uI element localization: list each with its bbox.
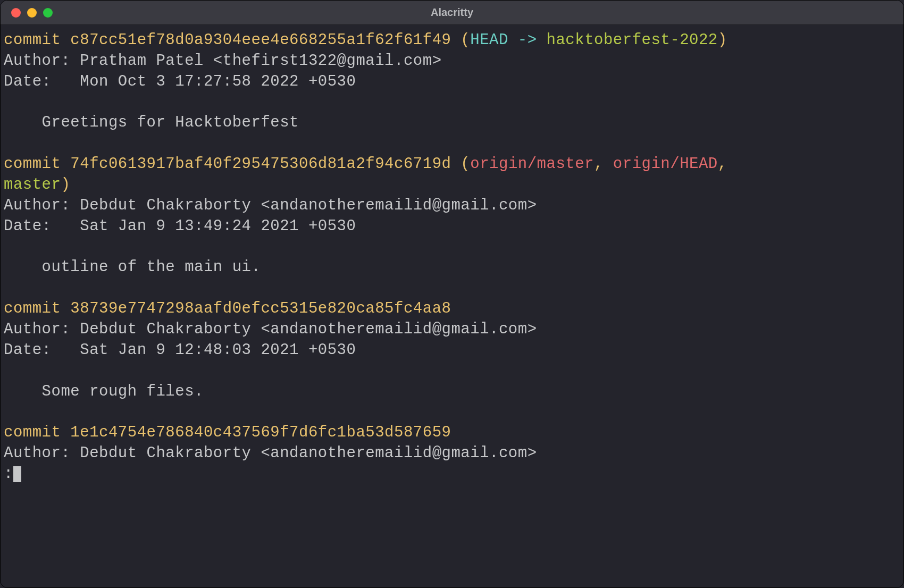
traffic-lights	[1, 8, 53, 18]
refs-sep: ,	[594, 155, 613, 173]
refs-sep: ,	[718, 155, 737, 173]
commit-hash: c87cc51ef78d0a9304eee4e668255a1f62f61f49	[70, 31, 451, 49]
commit-hash: 74fc0613917baf40f295475306d81a2f94c6719d	[70, 155, 451, 173]
author-line: Author: Debdut Chakraborty <andanotherem…	[4, 321, 537, 338]
commit-message: Some rough files.	[4, 383, 204, 400]
refs-close: )	[61, 176, 70, 194]
commit-message: Greetings for Hacktoberfest	[4, 114, 299, 131]
ref-arrow: ->	[508, 31, 547, 49]
terminal-content[interactable]: commit c87cc51ef78d0a9304eee4e668255a1f6…	[1, 25, 903, 587]
ref-branch: hacktoberfest-2022	[547, 31, 718, 49]
commit-word: commit	[4, 31, 70, 49]
commit-message: outline of the main ui.	[4, 258, 261, 276]
ref-branch: master	[4, 176, 61, 194]
ref-head: HEAD	[470, 31, 508, 49]
window-title: Alacritty	[1, 6, 903, 19]
commit-hash: 1e1c4754e786840c437569f7d6fc1ba53d587659	[70, 424, 451, 441]
commit-hash: 38739e7747298aafd0efcc5315e820ca85fc4aa8	[70, 300, 451, 317]
commit-word: commit	[4, 155, 70, 173]
author-line: Author: Debdut Chakraborty <andanotherem…	[4, 444, 537, 462]
titlebar: Alacritty	[1, 1, 903, 25]
commit-word: commit	[4, 300, 70, 317]
zoom-icon[interactable]	[43, 8, 53, 18]
pager-prompt[interactable]: :	[4, 464, 13, 485]
refs-open: (	[451, 31, 470, 49]
date-line: Date: Sat Jan 9 13:49:24 2021 +0530	[4, 217, 356, 235]
cursor-icon	[13, 466, 21, 482]
date-line: Date: Sat Jan 9 12:48:03 2021 +0530	[4, 341, 356, 359]
close-icon[interactable]	[11, 8, 21, 18]
ref-remote: origin/master	[470, 155, 594, 173]
author-line: Author: Debdut Chakraborty <andanotherem…	[4, 197, 537, 214]
date-line: Date: Mon Oct 3 17:27:58 2022 +0530	[4, 73, 356, 90]
ref-remote: origin/HEAD	[613, 155, 718, 173]
refs-close: )	[718, 31, 727, 49]
author-line: Author: Pratham Patel <thefirst1322@gmai…	[4, 52, 442, 70]
minimize-icon[interactable]	[27, 8, 37, 18]
terminal-window: Alacritty commit c87cc51ef78d0a9304eee4e…	[0, 0, 904, 588]
commit-word: commit	[4, 424, 70, 441]
refs-open: (	[451, 155, 470, 173]
